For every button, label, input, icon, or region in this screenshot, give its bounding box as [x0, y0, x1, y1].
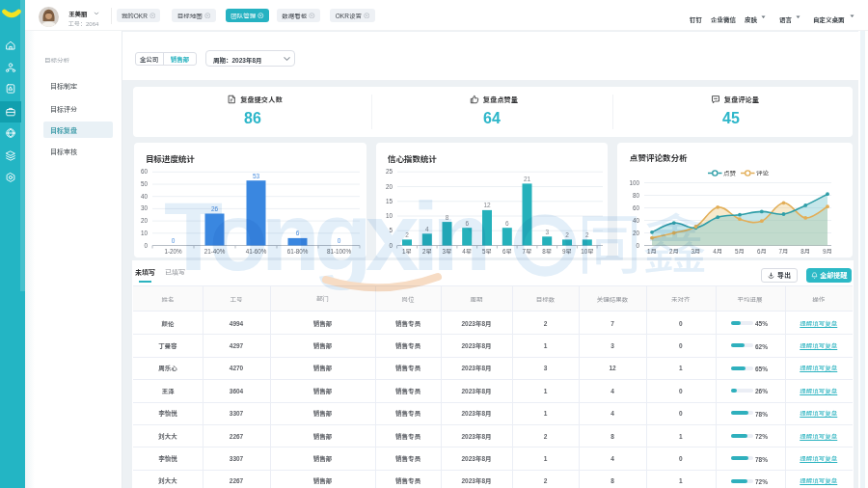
svg-text:80: 80 [633, 191, 640, 200]
svg-text:7月: 7月 [779, 247, 789, 256]
svg-text:4月: 4月 [713, 247, 722, 256]
svg-text:3月: 3月 [692, 247, 701, 256]
svg-text:9月: 9月 [823, 247, 832, 256]
svg-text:5月: 5月 [735, 247, 745, 256]
svg-text:60: 60 [633, 203, 640, 212]
svg-text:评论: 评论 [756, 168, 770, 177]
svg-text:8月: 8月 [800, 247, 810, 256]
svg-text:2月: 2月 [669, 247, 679, 256]
svg-text:40: 40 [633, 216, 640, 225]
svg-text:6月: 6月 [757, 247, 767, 256]
svg-text:100: 100 [629, 178, 639, 187]
svg-text:0: 0 [636, 241, 639, 250]
svg-text:1月: 1月 [647, 247, 657, 256]
svg-text:20: 20 [633, 229, 640, 237]
svg-text:点赞: 点赞 [723, 168, 737, 177]
